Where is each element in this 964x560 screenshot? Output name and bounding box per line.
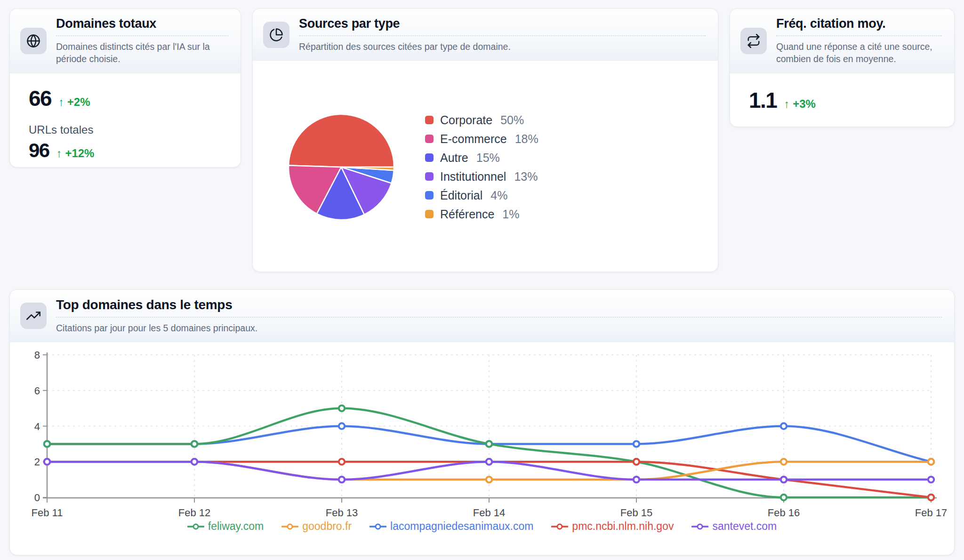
up-arrow-icon: ↑	[56, 147, 62, 160]
data-point-lacompagniedesanimaux.com	[339, 424, 345, 429]
legend-swatch	[425, 135, 434, 143]
header-text: Top domaines dans le temps Citations par…	[56, 297, 942, 334]
kpi-primary-row: 66 ↑ +2%	[29, 86, 228, 111]
line-legend-item-goodbro.fr[interactable]: goodbro.fr	[281, 520, 352, 533]
legend-line-marker-icon	[281, 523, 298, 530]
line-legend-item-lacompagniedesanimaux.com[interactable]: lacompagniedesanimaux.com	[370, 520, 533, 533]
card-header: Fréq. citation moy. Quand une réponse a …	[730, 9, 954, 73]
pie-legend-item-autre[interactable]: Autre15%	[425, 151, 538, 165]
data-point-santevet.com	[486, 459, 492, 464]
data-point-feliway.com	[339, 406, 345, 411]
line-legend-item-feliway.com[interactable]: feliway.com	[187, 520, 264, 533]
data-point-goodbro.fr	[781, 459, 787, 464]
up-arrow-icon: ↑	[784, 97, 789, 110]
card-domaines-totaux: Domaines totaux Domaines distincts cités…	[9, 8, 241, 168]
data-point-feliway.com	[44, 441, 50, 447]
data-point-feliway.com	[781, 495, 787, 500]
header-text: Domaines totaux Domaines distincts cités…	[56, 16, 228, 65]
legend-percent: 18%	[515, 132, 538, 146]
legend-label: Référence	[440, 208, 494, 221]
x-tick-label: Feb 11	[32, 507, 63, 519]
card-header: Top domaines dans le temps Citations par…	[10, 290, 954, 342]
freq-citation-value: 1.1	[749, 88, 777, 113]
card-top-domaines: Top domaines dans le temps Citations par…	[9, 289, 955, 555]
globe-icon	[20, 28, 47, 54]
legend-label: pmc.ncbi.nlm.nih.gov	[572, 520, 674, 533]
data-point-lacompagniedesanimaux.com	[634, 441, 639, 447]
legend-percent: 50%	[500, 113, 524, 127]
card-description: Quand une réponse a cité une source, com…	[776, 40, 942, 65]
freq-delta: ↑ +3%	[784, 97, 815, 111]
data-point-santevet.com	[192, 459, 197, 464]
legend-percent: 13%	[514, 170, 538, 184]
legend-swatch	[425, 153, 434, 162]
data-point-goodbro.fr	[486, 477, 492, 482]
x-tick-label: Feb 17	[915, 507, 947, 519]
card-description: Répartition des sources citées par type …	[299, 40, 706, 53]
header-text: Fréq. citation moy. Quand une réponse a …	[776, 16, 942, 65]
pie-chart-icon	[263, 22, 289, 48]
legend-label: santevet.com	[712, 520, 777, 533]
legend-percent: 4%	[490, 189, 507, 202]
kpi-body: 66 ↑ +2% URLs totales 96 ↑ +12%	[10, 73, 241, 162]
card-header: Sources par type Répartition des sources…	[253, 9, 718, 61]
line-chart-legend: feliway.comgoodbro.frlacompagniedesanima…	[10, 520, 954, 533]
pie-slice-corporate	[289, 114, 394, 167]
legend-percent: 15%	[476, 151, 500, 165]
dashboard-page: Domaines totaux Domaines distincts cités…	[0, 0, 964, 560]
domains-total-value: 66	[29, 86, 51, 111]
urls-delta: ↑ +12%	[56, 147, 95, 160]
line-feliway.com	[47, 408, 931, 497]
data-point-feliway.com	[486, 441, 492, 447]
legend-swatch	[425, 210, 434, 218]
y-tick-label: 6	[34, 385, 40, 397]
kpi-primary-row: 1.1 ↑ +3%	[749, 88, 942, 113]
data-point-santevet.com	[44, 459, 50, 464]
card-header: Domaines totaux Domaines distincts cités…	[10, 9, 241, 73]
pie-legend-item-e-commerce[interactable]: E-commerce18%	[425, 132, 538, 146]
domains-delta: ↑ +2%	[58, 96, 90, 109]
card-sources-par-type: Sources par type Répartition des sources…	[252, 8, 718, 272]
card-title: Domaines totaux	[56, 16, 228, 36]
legend-label: lacompagniedesanimaux.com	[390, 520, 533, 533]
legend-label: Éditorial	[440, 189, 482, 202]
data-point-pmc.ncbi.nlm.nih.gov	[634, 459, 639, 464]
header-text: Sources par type Répartition des sources…	[299, 16, 706, 53]
pie-legend-item-éditorial[interactable]: Éditorial4%	[425, 189, 538, 202]
line-legend-item-pmc.ncbi.nlm.nih.gov[interactable]: pmc.ncbi.nlm.nih.gov	[551, 520, 674, 533]
card-freq-citation: Fréq. citation moy. Quand une réponse a …	[730, 8, 955, 127]
data-point-santevet.com	[339, 477, 345, 482]
legend-label: Institutionnel	[440, 170, 506, 184]
pie-legend-item-corporate[interactable]: Corporate50%	[425, 113, 538, 127]
card-title: Fréq. citation moy.	[776, 16, 942, 36]
pie-chart	[287, 112, 396, 222]
data-point-pmc.ncbi.nlm.nih.gov	[339, 459, 345, 464]
legend-label: Corporate	[440, 113, 492, 127]
y-tick-label: 0	[34, 492, 40, 504]
legend-swatch	[425, 116, 434, 124]
kpi-secondary-row: 96 ↑ +12%	[29, 139, 228, 162]
pie-legend-item-institutionnel[interactable]: Institutionnel13%	[425, 170, 538, 184]
data-point-lacompagniedesanimaux.com	[781, 424, 787, 429]
kpi-body: 1.1 ↑ +3%	[730, 73, 954, 113]
pie-chart-body: Corporate50%E-commerce18%Autre15%Institu…	[253, 61, 718, 272]
pie-legend-item-référence[interactable]: Référence1%	[425, 208, 538, 221]
y-tick-label: 8	[34, 349, 40, 361]
legend-percent: 1%	[502, 208, 519, 221]
legend-swatch	[425, 191, 434, 200]
card-description: Citations par jour pour les 5 domaines p…	[56, 322, 942, 334]
x-tick-label: Feb 14	[473, 507, 506, 519]
legend-label: goodbro.fr	[302, 520, 352, 533]
x-tick-label: Feb 15	[620, 507, 653, 519]
legend-line-marker-icon	[370, 523, 386, 530]
y-tick-label: 4	[34, 421, 40, 432]
legend-label: E-commerce	[440, 132, 507, 146]
y-tick-label: 2	[34, 456, 40, 468]
legend-line-marker-icon	[551, 523, 568, 530]
pie-legend: Corporate50%E-commerce18%Autre15%Institu…	[425, 113, 538, 221]
line-legend-item-santevet.com[interactable]: santevet.com	[691, 520, 777, 533]
data-point-santevet.com	[781, 477, 787, 482]
line-chart: 02468Feb 11Feb 12Feb 13Feb 14Feb 15Feb 1…	[29, 349, 947, 519]
data-point-santevet.com	[634, 477, 639, 482]
data-point-santevet.com	[928, 477, 934, 482]
